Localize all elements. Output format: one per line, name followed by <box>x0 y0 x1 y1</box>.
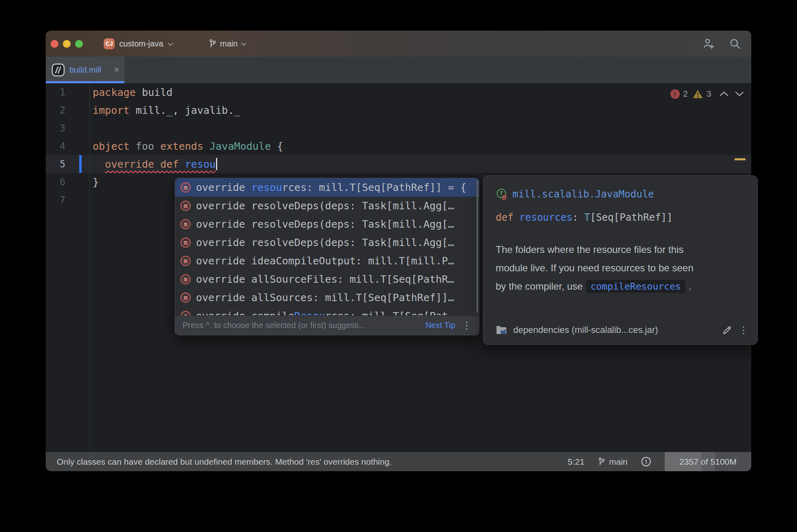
branch-name: main <box>220 39 238 49</box>
code-with-me-add-user-icon[interactable] <box>703 38 715 49</box>
method-icon: m <box>180 293 191 303</box>
method-icon: m <box>180 219 191 229</box>
completion-hint-bar: Press ^. to choose the selected (or firs… <box>175 315 479 335</box>
next-tip-link[interactable]: Next Tip <box>425 321 455 330</box>
completion-item[interactable]: m override resolveDeps(deps: Task[mill.A… <box>175 233 479 252</box>
chevron-down-icon <box>241 43 246 46</box>
kebab-menu-icon[interactable]: ⋮ <box>462 321 472 330</box>
memory-indicator[interactable]: 2357 of 5100M <box>665 452 751 471</box>
tab-title: build.mill <box>69 65 109 75</box>
error-circle-icon: ! <box>641 457 651 466</box>
project-name: custom-java <box>119 39 163 49</box>
completion-item-selected[interactable]: m override resources: mill.T[Seq[PathRef… <box>175 178 479 197</box>
git-branch-icon <box>209 39 216 49</box>
status-bar: Only classes can have declared but undef… <box>46 452 751 471</box>
code-line[interactable]: 2 import mill._, javalib._ <box>46 101 751 119</box>
caret-position[interactable]: 5:21 <box>568 457 585 467</box>
kebab-menu-icon[interactable]: ⋮ <box>739 325 748 335</box>
minimize-window-button[interactable] <box>63 40 71 48</box>
warning-stripe-marker[interactable] <box>735 158 746 160</box>
library-folder-icon <box>496 325 507 335</box>
title-bar: CJ custom-java main <box>46 31 751 57</box>
search-icon[interactable] <box>730 38 741 49</box>
status-branch[interactable]: main <box>598 457 628 467</box>
next-problem-chevron-down-icon[interactable] <box>735 91 744 96</box>
completion-hint-text: Press ^. to choose the selected (or firs… <box>183 321 419 330</box>
zoom-window-button[interactable] <box>75 40 83 48</box>
project-badge: CJ <box>104 38 115 49</box>
code-line[interactable]: 1 package build <box>46 83 751 101</box>
doc-signature: def resources: T[Seq[PathRef]] <box>496 212 673 223</box>
line-number[interactable]: 4 <box>46 141 65 151</box>
problems-indicator[interactable]: ! <box>641 457 651 466</box>
completion-item[interactable]: m override allSources: mill.T[Seq[PathRe… <box>175 288 479 307</box>
close-window-button[interactable] <box>51 40 58 48</box>
scrollbar-thumb[interactable] <box>476 180 478 313</box>
chevron-down-icon <box>168 43 173 46</box>
method-icon: m <box>180 256 191 266</box>
window-controls <box>51 40 83 48</box>
documentation-popup: T mill.scalalib.JavaModule def resources… <box>483 175 758 345</box>
line-number[interactable]: 5 <box>46 159 65 169</box>
completion-item[interactable]: m override ideaCompileOutput: mill.T[mil… <box>175 252 479 270</box>
line-number[interactable]: 2 <box>46 105 65 115</box>
memory-text: 2357 of 5100M <box>679 457 737 467</box>
doc-description: The folders where the resource files for… <box>496 240 693 296</box>
line-number[interactable]: 7 <box>46 195 65 205</box>
completion-item[interactable]: m override resolveDeps(deps: Task[mill.A… <box>175 215 479 233</box>
completion-item[interactable]: m override compileResources: mill.T[Seq[… <box>175 307 479 315</box>
error-count[interactable]: 2 <box>683 89 688 99</box>
method-icon: m <box>180 182 191 193</box>
line-number[interactable]: 3 <box>46 123 65 133</box>
branch-selector[interactable]: main <box>209 39 246 49</box>
doc-location-label: dependencies (mill-scalalib...ces.jar) <box>513 325 716 335</box>
method-icon: m <box>180 201 191 211</box>
inspections-widget: ! 2 3 <box>670 89 744 99</box>
completion-list: m override resources: mill.T[Seq[PathRef… <box>175 178 479 315</box>
previous-problem-chevron-up-icon[interactable] <box>719 91 728 96</box>
compile-resources-link[interactable]: compileResources <box>586 280 685 293</box>
method-icon: m <box>180 311 191 315</box>
svg-text:T: T <box>500 190 503 197</box>
completion-item[interactable]: m override allSourceFiles: mill.T[Seq[Pa… <box>175 270 479 288</box>
completion-popup: m override resources: mill.T[Seq[PathRef… <box>175 178 479 335</box>
tab-build-mill[interactable]: build.mill ✕ <box>46 57 125 83</box>
mill-file-icon <box>51 63 65 77</box>
git-branch-icon <box>598 457 605 466</box>
project-selector[interactable]: CJ custom-java <box>104 38 173 49</box>
code-line[interactable]: 4 object foo extends JavaModule { <box>46 137 751 155</box>
close-tab-icon[interactable]: ✕ <box>114 66 120 74</box>
warning-count[interactable]: 3 <box>706 89 711 99</box>
doc-qualified-name[interactable]: mill.scalalib.JavaModule <box>512 188 654 200</box>
completion-item[interactable]: m override resolveDeps(deps: Task[mill.A… <box>175 197 479 215</box>
status-message: Only classes can have declared but undef… <box>46 457 568 467</box>
line-number[interactable]: 6 <box>46 177 65 187</box>
method-icon: m <box>180 274 191 284</box>
code-line[interactable]: 3 <box>46 119 751 137</box>
editor-tab-bar: build.mill ✕ <box>46 57 751 83</box>
line-number[interactable]: 1 <box>46 87 65 98</box>
doc-divider <box>483 232 757 232</box>
trait-icon: T <box>496 188 508 200</box>
error-badge-icon[interactable]: ! <box>670 89 680 99</box>
edit-pencil-icon[interactable] <box>722 325 732 335</box>
code-line-caret[interactable]: 5 override def resou <box>46 155 751 173</box>
method-icon: m <box>180 237 191 248</box>
text-caret <box>216 158 217 170</box>
warning-triangle-icon[interactable] <box>692 89 703 99</box>
